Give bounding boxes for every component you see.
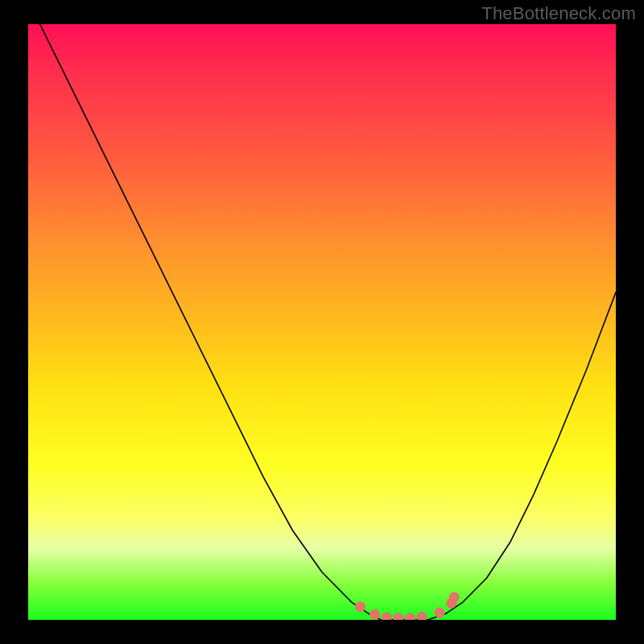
highlight-dot: [393, 613, 403, 620]
highlight-dot: [355, 601, 365, 612]
highlight-dot: [405, 613, 415, 620]
highlight-dot: [417, 612, 427, 620]
highlight-dot: [449, 592, 460, 602]
highlight-dot: [435, 608, 445, 618]
watermark-text: TheBottleneck.com: [481, 3, 636, 24]
highlight-dot: [369, 609, 380, 620]
highlight-dot: [382, 613, 392, 620]
highlight-dots: [28, 24, 616, 620]
chart-frame: TheBottleneck.com: [0, 0, 644, 644]
plot-area: [28, 24, 616, 620]
